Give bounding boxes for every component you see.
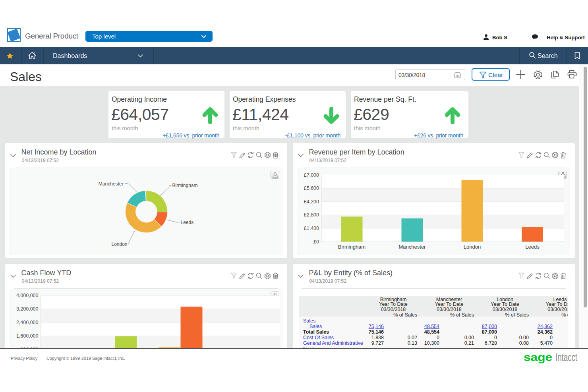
help-support-link[interactable]: Help & Support: [547, 35, 585, 41]
edit-pencil-icon[interactable]: [239, 272, 245, 279]
chevron-down-glyph: [10, 154, 16, 157]
trash-icon[interactable]: [273, 152, 279, 158]
privacy-policy-link[interactable]: Privacy Policy: [11, 356, 37, 361]
gear-icon[interactable]: [552, 272, 558, 279]
page-header: Sales 03/30/2018 Clear: [0, 64, 588, 86]
clear-filter-button[interactable]: Clear: [472, 68, 510, 81]
print-icon[interactable]: [567, 70, 577, 79]
trash-icon[interactable]: [560, 152, 566, 158]
magnifier-glyph: [544, 272, 550, 279]
bar-[interactable]: [115, 336, 137, 348]
donut-label: Manchester: [98, 181, 123, 187]
gear-icon[interactable]: [264, 272, 270, 279]
x-axis-label: Manchester: [398, 244, 426, 250]
collapse-chevron-icon[interactable]: [10, 274, 16, 278]
pct-cell: 0.00: [501, 335, 529, 340]
nav-separator: [519, 47, 520, 64]
add-component-icon[interactable]: [516, 70, 525, 79]
house-icon: [28, 51, 37, 60]
revenue-bar-chart: £0£1,400£2,800£4,200£5,600£7,000Birmingh…: [297, 168, 571, 255]
cashflow-bar-chart: 0800,0001,600,0002,400,0003,200,0004,000…: [9, 289, 283, 348]
collapse-chevron-icon[interactable]: [10, 154, 16, 157]
kpi-card: Revenue per Sq. Ft.£629this month+£26 vs…: [351, 91, 468, 138]
bar-london[interactable]: [461, 180, 483, 242]
refresh-icon[interactable]: [248, 152, 253, 158]
filter-funnel-icon[interactable]: [518, 152, 524, 158]
refresh-icon[interactable]: [248, 272, 253, 279]
donut-segment-birmingham[interactable]: [146, 191, 167, 212]
gear-icon[interactable]: [264, 152, 270, 158]
search-icon[interactable]: [529, 52, 536, 59]
bar-leeds[interactable]: [522, 227, 543, 241]
x-axis-label: Leeds: [525, 244, 540, 250]
bar-manchester[interactable]: [401, 218, 423, 242]
trash-glyph: [273, 272, 279, 279]
entity-selector[interactable]: Top level: [85, 31, 213, 42]
user-icon[interactable]: [483, 34, 489, 41]
settings-gear-icon[interactable]: [533, 70, 543, 79]
search-label[interactable]: Search: [538, 52, 558, 60]
trend-arrow-glyph: [323, 106, 340, 125]
panel-toolbar: [518, 152, 566, 158]
user-name[interactable]: Bob S: [492, 35, 507, 41]
collapse-chevron-icon[interactable]: [298, 154, 304, 157]
kpi-delta: -£1,100 vs. prior month: [285, 132, 340, 139]
kpi-delta: +£1,656 vs. prior month: [162, 132, 219, 139]
edit-pencil-icon[interactable]: [527, 272, 533, 279]
star-icon: [6, 52, 14, 59]
bar-birmingham[interactable]: [341, 216, 362, 241]
collapse-chevron-icon[interactable]: [298, 274, 304, 278]
nav-separator: [21, 47, 22, 64]
chevron-down-icon[interactable]: [138, 54, 143, 58]
filter-funnel-icon[interactable]: [231, 272, 237, 279]
funnel-glyph: [518, 272, 524, 279]
zoom-icon[interactable]: [256, 152, 262, 158]
scrollbar-track[interactable]: [579, 64, 588, 348]
date-input[interactable]: 03/30/2018: [395, 69, 465, 80]
gear-glyph: [264, 152, 271, 158]
trend-up-arrow-icon: [444, 106, 461, 125]
panel-divider: [302, 288, 566, 289]
edit-pencil-icon[interactable]: [527, 152, 533, 158]
pct-cell: 0.00: [446, 335, 474, 340]
filter-funnel-icon[interactable]: [231, 152, 237, 158]
row-label[interactable]: Sales: [309, 324, 322, 329]
copy-pages-icon: [551, 70, 560, 79]
trash-icon[interactable]: [560, 272, 566, 279]
copy-icon[interactable]: [551, 70, 560, 79]
row-label[interactable]: Sales: [303, 318, 315, 324]
y-axis-label: £4,200: [304, 199, 319, 205]
kpi-title: Operating Expenses: [233, 95, 296, 104]
filter-funnel-icon[interactable]: [518, 272, 524, 279]
row-label: Total Sales: [303, 329, 329, 335]
trend-arrow-glyph: [201, 106, 219, 125]
favorites-star-icon[interactable]: [6, 52, 14, 59]
column-subheader-date: 03/30/2018: [420, 307, 479, 312]
zoom-icon[interactable]: [544, 152, 549, 158]
refresh-icon[interactable]: [535, 152, 541, 158]
pencil-glyph: [527, 152, 533, 158]
column-subheader-date: 03/30/2018: [364, 307, 423, 312]
gear-icon[interactable]: [552, 152, 558, 158]
panel-title: Net Income by Location: [21, 148, 97, 156]
panel-timestamp: 04/13/2019 07:52: [309, 278, 346, 284]
trash-icon[interactable]: [273, 272, 279, 279]
home-icon[interactable]: [28, 51, 37, 60]
trend-up-arrow-icon: [201, 106, 219, 125]
plus-icon: [516, 70, 525, 79]
kpi-period: this month: [112, 125, 138, 131]
bookmark-icon[interactable]: [574, 52, 580, 60]
edit-pencil-icon[interactable]: [239, 152, 245, 158]
row-label[interactable]: Cost Of Sales: [303, 335, 334, 340]
nav-dashboards[interactable]: Dashboards: [53, 52, 87, 60]
column-subheader-date: 03/30/2018: [475, 307, 535, 312]
refresh-icon[interactable]: [535, 272, 541, 279]
zoom-icon[interactable]: [544, 272, 549, 279]
brand-intacct: Intacct: [555, 351, 577, 363]
zoom-icon[interactable]: [256, 272, 262, 279]
logo-square-icon: [7, 28, 21, 42]
help-chat-icon[interactable]: [532, 34, 538, 40]
panel-timestamp: 04/13/2019 07:52: [22, 158, 59, 163]
bar-2[interactable]: [180, 307, 202, 348]
scrollbar-thumb[interactable]: [584, 67, 587, 307]
